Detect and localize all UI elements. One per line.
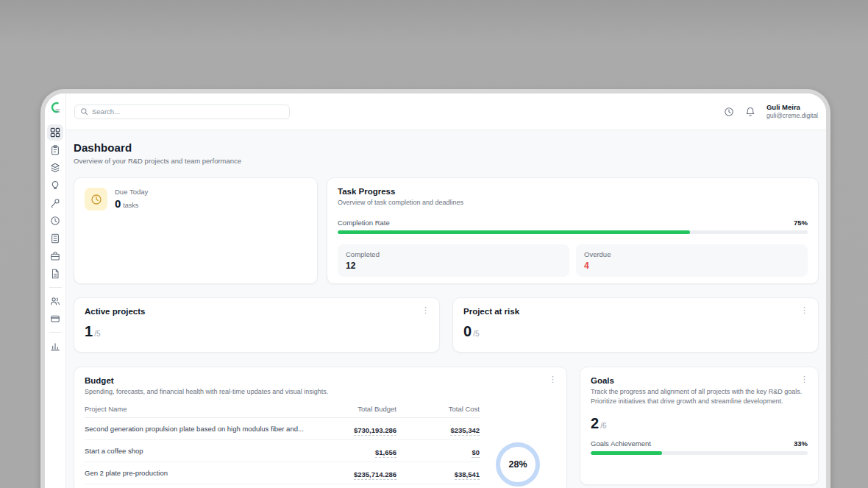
budget-table-row[interactable]: Creighton Beryllium mine project $0 $0 [85,484,480,488]
user-name: Guli Meira [766,103,818,112]
sidebar-item-ideas[interactable] [47,177,63,194]
project-at-risk-title: Project at risk [463,307,808,316]
overdue-label: Overdue [584,250,800,258]
budget-title: Budget [85,376,556,385]
completed-value: 12 [346,261,561,271]
bar-chart-icon [50,341,60,351]
layers-icon [50,163,60,173]
total-cost-value[interactable]: $0 [472,448,480,458]
budget-menu-icon[interactable]: ⋮ [547,374,558,385]
sidebar-item-billing[interactable] [47,311,63,327]
sidebar: V1.0 [45,93,66,488]
column-project-name: Project Name [85,405,313,413]
completion-rate-value: 75% [794,219,808,227]
total-budget-value[interactable]: $730,193.286 [354,426,396,436]
page-subtitle: Overview of your R&D projects and team p… [74,157,819,165]
active-projects-value: 1 [85,323,93,340]
topbar: Guli Meira guli@creme.digital [66,93,826,130]
project-at-risk-card: Project at risk ⋮ 0 /5 [452,297,819,353]
budget-table-row[interactable]: Gen 2 plate pre-production $235,714.286 … [85,462,480,484]
credit-card-icon [50,314,60,324]
sidebar-item-dashboard[interactable] [47,124,63,141]
search-icon [80,107,88,116]
completion-rate-bar [338,230,808,234]
active-projects-card: Active projects ⋮ 1 /5 [74,297,440,353]
sidebar-item-calculator[interactable] [47,230,63,247]
goals-achievement-value: 33% [794,439,808,448]
completed-tasks-box: Completed 12 [338,244,569,277]
dashboard-grid-icon [50,127,60,138]
project-at-risk-value: 0 [463,323,472,340]
total-budget-value[interactable]: $1,656 [375,448,396,458]
budget-subtitle: Spending, forecasts, and financial healt… [85,387,556,397]
device-frame: V1.0 [40,89,830,488]
project-at-risk-total: /5 [473,330,479,338]
search-input[interactable] [92,107,284,116]
sidebar-item-tasks[interactable] [47,142,63,158]
due-today-value: 0 [115,197,121,210]
app-window: V1.0 [45,93,826,488]
budget-table-row[interactable]: Start a coffee shop $1,656 $0 [85,440,480,462]
total-budget-value[interactable]: $235,714.286 [354,470,396,480]
main-area: Guli Meira guli@creme.digital Dashboard … [66,93,826,488]
sidebar-item-analytics[interactable] [47,338,63,354]
column-total-cost: Total Cost [396,405,480,413]
column-total-budget: Total Budget [313,405,396,413]
project-name: Second generation propulsion plate based… [85,425,313,433]
sidebar-item-portfolio[interactable] [47,248,63,264]
sidebar-divider [49,287,62,288]
sidebar-item-projects[interactable] [47,160,63,176]
budget-card: Budget ⋮ Spending, forecasts, and financ… [74,367,567,488]
page-content: Dashboard Overview of your R&D projects … [66,130,826,488]
sidebar-item-team[interactable] [47,293,63,309]
sidebar-divider [49,332,62,333]
clock-icon [50,216,60,226]
user-menu[interactable]: Guli Meira guli@creme.digital [766,103,818,120]
app-logo-icon [49,101,62,117]
goals-achievement-bar-fill [591,451,662,455]
budget-usage-gauge: 28% [496,442,540,487]
briefcase-icon [50,251,60,261]
due-today-clock-icon [85,188,107,211]
active-projects-menu-icon[interactable]: ⋮ [420,305,431,316]
history-clock-icon[interactable] [724,107,734,117]
wrench-icon [50,198,60,208]
active-projects-title: Active projects [85,307,429,316]
completion-rate-bar-fill [338,230,690,234]
goals-title: Goals [591,376,808,385]
overdue-tasks-box: Overdue 4 [576,244,808,277]
project-name: Start a coffee shop [85,447,313,455]
due-today-unit: tasks [123,202,138,209]
page-title: Dashboard [74,141,819,154]
lightbulb-icon [50,180,60,191]
document-icon [50,269,60,279]
due-today-card[interactable]: Due Today 0tasks [74,177,318,284]
notifications-bell-icon[interactable] [745,107,755,117]
sidebar-item-documents[interactable] [47,266,63,282]
goals-achievement-bar [591,451,808,455]
total-cost-value[interactable]: $235,342 [450,426,480,436]
calculator-icon [50,233,60,244]
project-at-risk-menu-icon[interactable]: ⋮ [799,305,810,316]
due-today-label: Due Today [115,188,148,196]
completion-rate-label: Completion Rate [338,219,390,227]
completed-label: Completed [346,250,561,258]
total-cost-value[interactable]: $38,541 [455,470,480,480]
budget-usage-value: 28% [508,459,527,470]
goals-subtitle: Track the progress and alignment of all … [591,387,804,406]
user-email: guli@creme.digital [766,112,818,120]
goals-achievement-label: Goals Achievement [591,439,651,448]
budget-table-header: Project Name Total Budget Total Cost [85,405,480,418]
task-progress-subtitle: Overview of task completion and deadline… [338,198,808,208]
budget-table-row[interactable]: Second generation propulsion plate based… [85,418,480,440]
users-icon [50,296,60,306]
goals-value: 2 [591,415,599,432]
search-box[interactable] [74,105,290,119]
budget-table: Project Name Total Budget Total Cost Sec… [85,405,480,488]
overdue-value: 4 [584,261,800,271]
goals-total: /6 [600,422,606,430]
sidebar-item-tools[interactable] [47,195,63,211]
goals-menu-icon[interactable]: ⋮ [799,374,810,385]
sidebar-item-time[interactable] [47,213,63,229]
active-projects-total: /5 [94,330,100,338]
